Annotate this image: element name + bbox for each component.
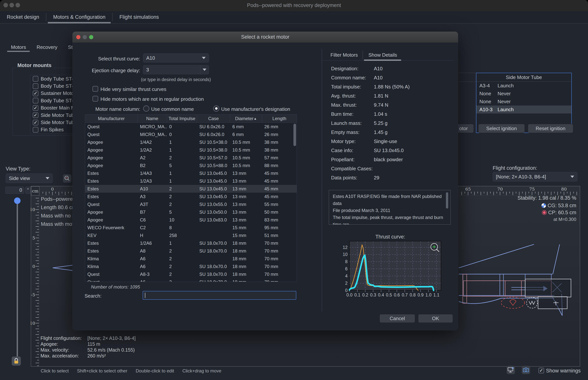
motor-mount-checkbox[interactable]: ✓: [33, 120, 38, 125]
rotation-slider-track[interactable]: [17, 199, 18, 358]
chevron-down-icon: [203, 69, 207, 71]
detail-value: black powder: [374, 157, 403, 163]
ok-button[interactable]: OK: [418, 314, 453, 323]
flight-stat-value: [None; 2× A10-3, B6-4]: [87, 336, 136, 341]
motor-table-row[interactable]: Estes1/2A61SU 18.0x70.018 mm70 mm: [85, 239, 297, 247]
motor-table-row[interactable]: Estes1/4A31SU 13.0x45.013 mm45 mm: [85, 169, 297, 177]
thrust-curve-chart[interactable]: 0.00.10.20.30.40.50.60.70.80.91.01.10246…: [340, 240, 442, 297]
cell-diameter: 10.5 mm: [230, 163, 262, 168]
config-ignition-event: Launch: [498, 83, 514, 89]
lock-button[interactable]: [12, 357, 21, 366]
table-scrollbar[interactable]: [294, 124, 296, 146]
svg-text:0.1: 0.1: [354, 292, 360, 297]
column-header-name[interactable]: Name: [138, 114, 167, 123]
config-motor-row[interactable]: A3-4Launch: [476, 82, 571, 90]
motor-table[interactable]: ManufacturerNameTotal ImpulseCaseDiamete…: [85, 114, 297, 282]
use-manufacturer-radio[interactable]: [213, 106, 219, 112]
config-ignition-event: Never: [498, 91, 511, 97]
cancel-button[interactable]: Cancel: [380, 314, 415, 323]
detail-value: 29: [374, 175, 379, 181]
motor-table-row[interactable]: QuestMICRO_MA...0SU 6.0x26.06 mm26 mm: [85, 123, 297, 131]
config-motor-row[interactable]: A10-3Launch: [476, 106, 571, 114]
display-settings-button[interactable]: [507, 366, 515, 374]
motor-mount-checkbox[interactable]: [33, 98, 38, 103]
motor-table-row[interactable]: KlimaA6218 mm70 mm: [85, 255, 297, 263]
cell-total-impulse: 2: [167, 186, 197, 191]
ejection-delay-arrow-button[interactable]: [200, 65, 209, 74]
motor-table-row[interactable]: KlimaA62SU 18.0x70.018 mm70 mm: [85, 263, 297, 270]
cell-case: SU 13.0x50.0: [197, 209, 230, 215]
tab-show-details[interactable]: Show Details: [365, 52, 401, 58]
motor-mount-checkbox[interactable]: ✓: [33, 105, 38, 111]
motor-table-row[interactable]: Apogee1/2A21SU 10.5×38.010.5 mm38 mm: [85, 146, 297, 154]
motor-table-row[interactable]: QuestA62SU 18.0x70.018 mm70 mm: [85, 278, 297, 282]
config-motor-row[interactable]: NoneNever: [476, 97, 571, 106]
thrust-curve-dropdown[interactable]: A10: [143, 53, 209, 62]
column-header-total-impulse[interactable]: Total Impulse: [167, 114, 197, 123]
motor-table-row[interactable]: QuestA3T2SU 13.0x55.013 mm55 mm: [85, 200, 297, 208]
motor-table-row[interactable]: EstesA102SU 13.0x45.013 mm45 mm: [85, 185, 297, 193]
reset-ignition-button[interactable]: Reset ignition: [528, 124, 573, 133]
rotation-angle-input[interactable]: 0: [5, 187, 24, 194]
cell-name: C6: [138, 217, 167, 223]
sub-tab-motors[interactable]: Motors: [6, 42, 31, 52]
zoom-out-button[interactable]: [63, 174, 71, 183]
camera-icon: [523, 367, 529, 373]
cell-total-impulse: 258: [167, 233, 197, 238]
motor-table-row[interactable]: ApogeeB75SU 13.0x50.013 mm50 mm: [85, 208, 297, 216]
motor-table-row[interactable]: QuestA8-32SU 18.0x70.018 mm70 mm: [85, 270, 297, 278]
column-header-manufacturer[interactable]: Manufacturer: [85, 114, 138, 123]
rotation-slider-handle[interactable]: [14, 197, 21, 204]
select-ignition-button[interactable]: Select ignition: [478, 124, 525, 133]
motor-description[interactable]: Estes A10T RASP.ENG file made from NAR p…: [329, 190, 451, 225]
tab-filter-motors[interactable]: Filter Motors: [328, 52, 360, 58]
cell-manufacturer: Quest: [85, 272, 138, 277]
cell-name: A10: [138, 186, 167, 191]
motor-mount-checkbox[interactable]: ✓: [33, 112, 38, 118]
motor-mount-checkbox[interactable]: [33, 127, 38, 133]
cell-total-impulse: 1: [167, 147, 197, 153]
use-common-name-radio[interactable]: [143, 106, 149, 112]
cell-manufacturer: Quest: [85, 279, 138, 282]
motor-table-row[interactable]: ApogeeA22SU 10.5×57.010.5 mm57 mm: [85, 154, 297, 162]
screenshot-button[interactable]: [522, 366, 530, 374]
show-warnings-checkbox[interactable]: ✓: [538, 368, 544, 373]
motor-mount-checkbox[interactable]: [33, 76, 38, 82]
motor-mount-checkbox[interactable]: ✓: [33, 91, 38, 96]
svg-text:0.9: 0.9: [417, 292, 424, 297]
motor-table-row[interactable]: Apogee1/4A21SU 10.5×38.010.5 mm38 mm: [85, 138, 297, 146]
cell-length: 70 mm: [262, 264, 297, 269]
motor-table-row[interactable]: Estes1/2A31SU 13.0x45.013 mm45 mm: [85, 177, 297, 185]
cell-name: 1/4A3: [138, 171, 167, 176]
search-input[interactable]: [143, 291, 296, 300]
motor-table-row[interactable]: ApogeeB25SU 10.5×88.010.5 mm88 mm: [85, 162, 297, 169]
cell-diameter: 6 mm: [230, 124, 262, 129]
ejection-delay-combo[interactable]: 3: [143, 65, 209, 74]
hide-not-production-checkbox[interactable]: [92, 96, 98, 101]
hide-similar-checkbox[interactable]: [92, 86, 98, 92]
column-header-length[interactable]: Length: [262, 114, 297, 123]
column-header-diameter[interactable]: Diameter ▲: [230, 114, 262, 123]
view-type-dropdown[interactable]: Side view: [6, 173, 52, 183]
motor-table-row[interactable]: EstesA32SU 13.0x45.013 mm45 mm: [85, 193, 297, 200]
flight-config-dropdown[interactable]: [None; 2× A10-3, B6-4]: [493, 172, 577, 181]
motor-mount-checkbox[interactable]: [33, 83, 38, 89]
column-header-case[interactable]: Case: [197, 114, 230, 123]
search-label: Search:: [85, 293, 102, 299]
cell-name: 1/2A2: [138, 147, 167, 153]
motor-table-row[interactable]: KEVH25815 mm51 mm: [85, 231, 297, 239]
flight-stat-label: Flight configuration:: [40, 336, 87, 341]
main-tab-rocket-design[interactable]: Rocket design: [0, 11, 46, 23]
config-motor-row[interactable]: NoneNever: [476, 90, 571, 97]
sub-tab-recovery[interactable]: Recovery: [31, 42, 63, 52]
main-tab-motors-configuration[interactable]: Motors & Configuration: [46, 11, 112, 23]
motor-table-row[interactable]: WECO FeuerwerkC2815 mm95 mm: [85, 224, 297, 231]
sub-tab-st[interactable]: St: [63, 42, 72, 52]
motor-table-row[interactable]: ApogeeC610SU 13.0x83.013 mm83 mm: [85, 216, 297, 224]
main-tab-flight-simulations[interactable]: Flight simulations: [113, 11, 166, 23]
cell-case: SU 18.0x70.0: [197, 248, 230, 254]
description-scrollbar[interactable]: [446, 192, 448, 209]
motor-table-row[interactable]: EstesA82SU 18.0x70.018 mm70 mm: [85, 247, 297, 255]
cell-length: 70 mm: [262, 279, 297, 282]
motor-table-row[interactable]: QuestMICRO_MA...0SU 6.0x26.06 mm26 mm: [85, 131, 297, 138]
